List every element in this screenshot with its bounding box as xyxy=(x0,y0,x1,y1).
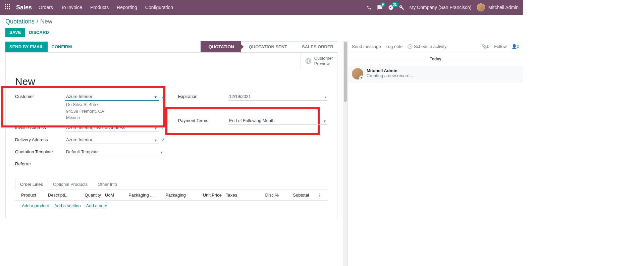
paperclip-icon: 📎 xyxy=(482,44,487,49)
send-email-button[interactable]: SEND BY EMAIL xyxy=(5,42,48,52)
message-body: Creating a new record... xyxy=(367,73,413,78)
referrer-input[interactable] xyxy=(65,160,165,168)
page-title: New xyxy=(15,76,328,87)
discard-button[interactable]: DISCARD xyxy=(29,28,49,37)
log-note-link[interactable]: Log note xyxy=(386,44,403,49)
confirm-button[interactable]: CONFIRM xyxy=(48,42,76,52)
send-message-link[interactable]: Send message xyxy=(352,44,381,49)
customer-input[interactable] xyxy=(65,93,159,101)
chat-badge: 9 xyxy=(380,2,386,7)
clock-icon: 🕓 xyxy=(407,44,413,49)
label-referrer: Referrer xyxy=(15,160,65,166)
statusbar: SEND BY EMAIL CONFIRM QUOTATION QUOTATIO… xyxy=(5,41,337,53)
tab-optional-products[interactable]: Optional Products xyxy=(48,179,93,190)
order-lines-header: Product Descripti... Quantity UoM Packag… xyxy=(15,190,328,201)
add-product-link[interactable]: Add a product xyxy=(22,203,49,208)
breadcrumb-sep: / xyxy=(37,18,38,25)
avatar xyxy=(352,68,363,79)
label-quotation-template: Quotation Template xyxy=(15,148,65,154)
phone-icon[interactable] xyxy=(367,5,372,10)
apps-icon[interactable] xyxy=(5,4,11,11)
today-separator: Today xyxy=(352,57,519,61)
save-button[interactable]: SAVE xyxy=(5,28,25,37)
breadcrumb-root[interactable]: Quotations xyxy=(5,18,35,25)
stage-sales-order[interactable]: SALES ORDER xyxy=(294,41,337,52)
delivery-address-input[interactable] xyxy=(65,136,159,144)
stage-quotation[interactable]: QUOTATION xyxy=(201,41,241,52)
message-author: Mitchell Admin xyxy=(367,68,413,73)
chatter: Send message Log note 🕓 Schedule activit… xyxy=(347,41,523,266)
nav-to-invoice[interactable]: To Invoice xyxy=(61,5,82,10)
user-icon: 👤 xyxy=(512,44,517,49)
tools-icon[interactable] xyxy=(399,5,404,10)
chatter-message: Mitchell Admin Creating a new record... xyxy=(348,66,523,83)
action-bar: SAVE DISCARD xyxy=(0,25,523,41)
notebook-tabs: Order Lines Optional Products Other Info xyxy=(15,179,328,190)
follow-button[interactable]: Follow xyxy=(494,44,507,49)
row-invoice-address: Invoice Address ▼ ↗ xyxy=(15,124,165,133)
form-sheet: CustomerPreview New Customer ▼ xyxy=(5,53,337,218)
row-referrer: Referrer xyxy=(15,160,165,169)
nav-reporting[interactable]: Reporting xyxy=(117,5,137,10)
company-selector[interactable]: My Company (San Francisco) xyxy=(410,5,472,10)
external-link-icon[interactable]: ↗ xyxy=(161,125,165,130)
row-quotation-template: Quotation Template ▼ xyxy=(15,148,165,157)
label-payment-terms: Payment Terms xyxy=(178,117,228,123)
label-delivery-address: Delivery Address xyxy=(15,136,65,142)
row-customer: Customer ▼ ↗ De Silva St 4557 94538 Frem… xyxy=(15,93,165,121)
scrollbar[interactable] xyxy=(343,41,347,266)
row-payment-terms: Payment Terms ▼ xyxy=(178,117,328,126)
expiration-input[interactable] xyxy=(228,93,328,101)
customer-address: De Silva St 4557 94538 Fremont, CA Mexic… xyxy=(65,101,165,121)
invoice-address-input[interactable] xyxy=(65,124,159,132)
attachments-button[interactable]: 📎0 xyxy=(482,44,489,49)
external-link-icon[interactable]: ↗ xyxy=(161,137,165,142)
label-customer: Customer xyxy=(15,93,65,99)
order-lines-actions: Add a product Add a section Add a note xyxy=(15,201,328,211)
topbar: Sales Orders To Invoice Products Reporti… xyxy=(0,0,523,15)
stage-quotation-sent[interactable]: QUOTATION SENT xyxy=(241,41,294,52)
kebab-icon[interactable]: ⋮ xyxy=(315,193,324,198)
payment-terms-input[interactable] xyxy=(228,117,328,125)
customer-preview-button[interactable]: CustomerPreview xyxy=(301,53,337,69)
customer-preview-label: CustomerPreview xyxy=(314,56,333,66)
nav-configuration[interactable]: Configuration xyxy=(145,5,173,10)
user-menu[interactable]: Mitchell Admin xyxy=(477,3,519,11)
nav-products[interactable]: Products xyxy=(90,5,109,10)
row-expiration: Expiration ▾ xyxy=(178,93,328,102)
external-link-icon[interactable]: ↗ xyxy=(161,94,165,99)
nav-menu: Orders To Invoice Products Reporting Con… xyxy=(39,5,173,10)
nav-orders[interactable]: Orders xyxy=(39,5,53,10)
avatar xyxy=(477,3,485,11)
label-expiration: Expiration xyxy=(178,93,228,99)
globe-icon xyxy=(305,58,312,64)
add-note-link[interactable]: Add a note xyxy=(86,203,107,208)
tab-other-info[interactable]: Other Info xyxy=(93,179,122,190)
followers-button[interactable]: 👤0 xyxy=(512,44,519,49)
label-invoice-address: Invoice Address xyxy=(15,124,65,130)
quotation-template-input[interactable] xyxy=(65,148,165,156)
clock-icon[interactable]: 31 xyxy=(388,5,394,10)
breadcrumb-current: New xyxy=(40,18,52,25)
user-name: Mitchell Admin xyxy=(488,5,519,10)
topbar-right: 9 31 My Company (San Francisco) Mitchell… xyxy=(367,3,519,11)
chat-icon[interactable]: 9 xyxy=(377,5,383,10)
form-view: SEND BY EMAIL CONFIRM QUOTATION QUOTATIO… xyxy=(0,41,343,266)
row-delivery-address: Delivery Address ▼ ↗ xyxy=(15,136,165,145)
breadcrumb: Quotations / New xyxy=(0,15,523,25)
schedule-activity-link[interactable]: 🕓 Schedule activity xyxy=(407,44,446,49)
clock-badge: 31 xyxy=(391,2,398,7)
tab-order-lines[interactable]: Order Lines xyxy=(15,179,48,190)
app-title[interactable]: Sales xyxy=(16,4,32,11)
add-section-link[interactable]: Add a section xyxy=(54,203,81,208)
